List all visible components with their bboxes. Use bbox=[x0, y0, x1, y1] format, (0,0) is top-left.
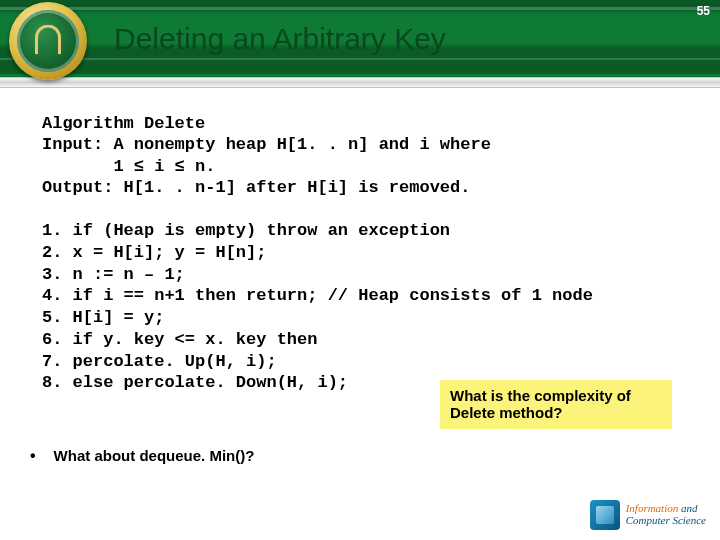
header-separator bbox=[0, 77, 720, 88]
department-logo: Information and Computer Science bbox=[590, 500, 706, 530]
slide-title: Deleting an Arbitrary Key bbox=[114, 22, 446, 56]
logo-arch-icon bbox=[35, 25, 61, 55]
step-7: 7. percolate. Up(H, i); bbox=[42, 351, 700, 373]
header-accent-top bbox=[0, 7, 720, 10]
step-2: 2. x = H[i]; y = H[n]; bbox=[42, 242, 700, 264]
step-6: 6. if y. key <= x. key then bbox=[42, 329, 700, 351]
step-3: 3. n := n – 1; bbox=[42, 264, 700, 286]
scs-cube-icon bbox=[590, 500, 620, 530]
step-4: 4. if i == n+1 then return; // Heap cons… bbox=[42, 285, 700, 307]
university-logo-inner bbox=[17, 10, 79, 72]
algorithm-steps: 1. if (Heap is empty) throw an exception… bbox=[42, 220, 700, 394]
page-number: 55 bbox=[697, 4, 710, 18]
complexity-callout: What is the complexity of Delete method? bbox=[440, 380, 672, 429]
algo-input-line1: Input: A nonempty heap H[1. . n] and i w… bbox=[42, 134, 700, 155]
header-accent-bottom bbox=[0, 58, 720, 60]
algo-name: Algorithm Delete bbox=[42, 113, 700, 134]
step-1: 1. if (Heap is empty) throw an exception bbox=[42, 220, 700, 242]
algo-input-line2: 1 ≤ i ≤ n. bbox=[42, 156, 700, 177]
callout-line2: Delete method? bbox=[450, 404, 662, 421]
algo-output: Output: H[1. . n-1] after H[i] is remove… bbox=[42, 177, 700, 198]
department-name: Information and Computer Science bbox=[626, 503, 706, 526]
footer-word-information: Information bbox=[626, 502, 679, 514]
algorithm-header: Algorithm Delete Input: A nonempty heap … bbox=[42, 113, 700, 198]
university-logo bbox=[9, 2, 87, 80]
bullet-text: What about dequeue. Min()? bbox=[54, 447, 255, 464]
bullet-dot-icon: • bbox=[30, 448, 36, 464]
step-5: 5. H[i] = y; bbox=[42, 307, 700, 329]
callout-line1: What is the complexity of bbox=[450, 387, 662, 404]
bullet-question: • What about dequeue. Min()? bbox=[30, 447, 254, 464]
footer-line2: Computer Science bbox=[626, 514, 706, 526]
slide-content: Algorithm Delete Input: A nonempty heap … bbox=[42, 113, 700, 394]
footer-word-and: and bbox=[678, 502, 697, 514]
